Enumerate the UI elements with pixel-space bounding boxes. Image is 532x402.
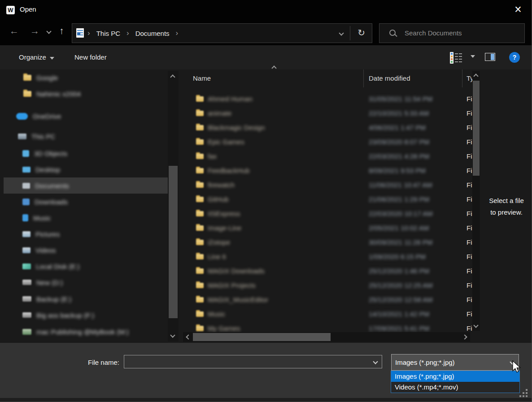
file-row-name: MAGIX Downloads <box>208 267 265 275</box>
sidebar-item[interactable]: Music <box>4 210 168 226</box>
file-row-name: Image-Line <box>208 224 241 232</box>
file-row-name: My Games <box>208 324 240 332</box>
recent-locations-chevron-icon[interactable] <box>46 29 51 34</box>
sidebar-item[interactable]: Big ass backup (F:) <box>4 307 168 323</box>
file-list-horizontal-scrollbar[interactable] <box>183 332 470 342</box>
views-icon[interactable] <box>450 52 463 64</box>
drivenet-icon <box>22 329 31 335</box>
file-type-option[interactable]: Videos (*.mp4;*.mov) <box>391 382 519 393</box>
search-box[interactable]: Search Documents <box>379 23 525 43</box>
file-row[interactable]: firewatch 11/06/2021 10:47 AM File folde… <box>183 178 481 192</box>
refresh-icon[interactable]: ↻ <box>358 27 365 38</box>
new-folder-button[interactable]: New folder <box>74 53 107 61</box>
file-type-option[interactable]: Images (*.png;*.jpg) <box>391 371 519 382</box>
scroll-down-icon[interactable] <box>170 333 175 337</box>
views-chevron-icon[interactable] <box>471 55 475 58</box>
sidebar-scrollbar[interactable] <box>168 71 179 341</box>
file-row[interactable]: Line 6 1/09/2020 6:15 PM File folder <box>183 250 481 264</box>
folder-icon <box>196 311 204 317</box>
scroll-left-icon[interactable] <box>186 334 191 339</box>
file-row-name: MAGIX Projects <box>208 281 256 289</box>
scroll-up-icon[interactable] <box>170 74 175 79</box>
sidebar-item[interactable]: Backup (E:) <box>4 291 168 307</box>
search-icon <box>389 30 396 36</box>
file-row-date: 25/12/2020 1:46 PM <box>369 267 429 275</box>
sidebar-item[interactable]: Downloads <box>4 194 168 210</box>
file-row[interactable]: GitHub 21/06/2021 1:29 PM File folder <box>183 192 481 207</box>
sidebar-item[interactable]: Desktop <box>4 161 168 177</box>
file-row[interactable]: IISExpress 22/03/2020 10:17 AM File fold… <box>183 207 481 221</box>
file-row[interactable]: MAGIX_MusicEditor 25/12/2020 12:58 AM Fi… <box>183 293 481 307</box>
file-row[interactable]: MAGIX Downloads 25/12/2020 1:46 PM File … <box>183 264 481 278</box>
preview-message-line1: Select a file <box>481 195 532 207</box>
column-divider[interactable] <box>462 69 462 87</box>
column-header-type[interactable]: Type <box>467 74 472 82</box>
column-header-name[interactable]: Name <box>193 74 211 82</box>
scroll-up-icon[interactable] <box>473 73 478 78</box>
file-row[interactable]: Image-Line 2/05/2021 10:02 AM File folde… <box>183 221 481 235</box>
horizontal-scrollbar-thumb[interactable] <box>193 333 331 341</box>
sidebar-item-label: Downloads <box>35 198 68 206</box>
preview-pane-icon[interactable] <box>485 53 495 61</box>
sidebar-item-label: Videos <box>35 246 56 254</box>
file-row[interactable]: Ahmed Human 31/05/2021 11:54 PM File fol… <box>183 92 481 106</box>
file-row[interactable]: MAGIX Projects 25/12/2020 12:25 AM File … <box>183 278 481 293</box>
breadcrumb-chevron-icon: › <box>176 29 179 38</box>
sidebar-item[interactable]: 3D Objects <box>4 145 168 161</box>
sidebar-item[interactable]: New (D:) <box>4 274 168 290</box>
file-row-type: File folder <box>467 138 472 146</box>
file-name-chevron-icon[interactable] <box>373 359 378 364</box>
address-dropdown-chevron-icon[interactable] <box>339 30 344 35</box>
file-row[interactable]: iZotope 30/09/2021 11:28 PM File folder <box>183 235 481 250</box>
sidebar-item[interactable]: Nahimic x2004 <box>4 86 168 102</box>
sidebar-item[interactable]: Local Disk (E:) <box>4 258 168 274</box>
file-name-input[interactable] <box>124 355 382 368</box>
forward-arrow-icon[interactable]: → <box>30 26 39 36</box>
sidebar-item[interactable]: Pictures <box>4 226 168 242</box>
file-row[interactable]: Epic Games 23/09/2020 8:07 PM File folde… <box>183 135 481 149</box>
breadcrumb-documents[interactable]: Documents <box>135 30 170 37</box>
file-row-type: File folder <box>467 281 472 289</box>
file-row[interactable]: FeedbackHub 8/09/2021 9:53 PM File folde… <box>183 164 481 178</box>
file-row-date: 4/06/2021 1:47 PM <box>369 124 426 131</box>
sidebar-item[interactable]: mac Publishing @MyBook (M:) <box>4 324 168 340</box>
resize-grip-icon[interactable] <box>519 388 530 399</box>
disk-icon <box>22 264 31 269</box>
folder-icon <box>196 283 204 288</box>
sidebar-item[interactable]: This PC <box>4 128 168 144</box>
box3d-icon <box>22 150 29 157</box>
sidebar-item-label: Desktop <box>35 166 60 173</box>
organize-button[interactable]: Organize <box>19 53 54 61</box>
window-bottom-edge <box>0 398 532 402</box>
back-arrow-icon[interactable]: ← <box>9 26 19 36</box>
file-list-vertical-scrollbar[interactable] <box>472 71 480 331</box>
file-row[interactable]: fax 22/03/2021 4:28 PM File folder <box>183 149 481 164</box>
address-box[interactable]: › This PC › Documents › ↻ <box>72 23 372 43</box>
file-row[interactable]: Blackmagic Design 4/06/2021 1:47 PM File… <box>183 121 481 135</box>
folder-icon <box>196 254 204 259</box>
sidebar-item[interactable]: Videos <box>4 242 168 258</box>
sidebar-item[interactable]: Documents <box>4 177 168 194</box>
sidebar-item[interactable]: Google <box>4 69 168 86</box>
vertical-scrollbar-thumb[interactable] <box>473 81 480 176</box>
folder-icon <box>196 168 204 173</box>
file-row-name: FeedbackHub <box>208 167 249 174</box>
sidebar-item[interactable]: OneDrive <box>4 108 168 124</box>
file-row-date: 23/09/2020 8:07 PM <box>369 138 429 146</box>
close-icon[interactable]: × <box>509 1 527 18</box>
breadcrumb-this-pc[interactable]: This PC <box>96 30 120 37</box>
file-row[interactable]: My Games 17/09/2021 5:41 PM File folder <box>183 321 481 332</box>
column-divider[interactable] <box>363 69 364 87</box>
file-row-date: 30/09/2021 11:28 PM <box>369 238 432 246</box>
up-arrow-icon[interactable]: ↑ <box>59 26 64 36</box>
file-row[interactable]: animate 22/10/2021 5:33 AM File folder <box>183 106 481 121</box>
column-header-date-modified[interactable]: Date modified <box>369 74 410 82</box>
file-type-select[interactable]: Images (*.png;*.jpg) <box>391 354 519 371</box>
file-row-type: File folder <box>467 109 472 117</box>
scroll-down-icon[interactable] <box>473 323 478 328</box>
file-row-date: 25/12/2020 12:25 AM <box>369 281 433 289</box>
file-row[interactable]: Music 14/10/2021 1:42 PM File folder <box>183 307 481 321</box>
scroll-right-icon[interactable] <box>462 334 467 339</box>
sidebar-scrollbar-thumb[interactable] <box>169 166 178 318</box>
help-icon[interactable]: ? <box>509 52 520 63</box>
